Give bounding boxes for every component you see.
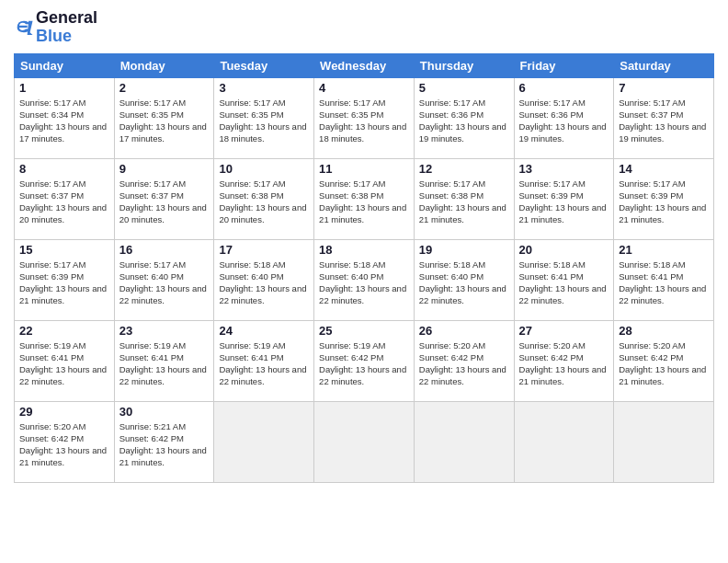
day-info: Sunrise: 5:17 AMSunset: 6:38 PMDaylight:… xyxy=(419,178,509,226)
weekday-header: Friday xyxy=(514,53,614,77)
day-number: 9 xyxy=(119,162,210,176)
day-number: 23 xyxy=(119,324,210,338)
day-info: Sunrise: 5:20 AMSunset: 6:42 PMDaylight:… xyxy=(619,339,709,388)
day-info: Sunrise: 5:17 AMSunset: 6:36 PMDaylight:… xyxy=(419,97,509,145)
day-info: Sunrise: 5:17 AMSunset: 6:35 PMDaylight:… xyxy=(219,97,309,145)
day-info: Sunrise: 5:18 AMSunset: 6:41 PMDaylight:… xyxy=(619,259,709,307)
calendar-cell: 20 Sunrise: 5:18 AMSunset: 6:41 PMDaylig… xyxy=(514,239,614,320)
day-info: Sunrise: 5:19 AMSunset: 6:42 PMDaylight:… xyxy=(319,339,409,388)
logo-text: GeneralBlue xyxy=(36,9,97,46)
calendar-cell xyxy=(314,401,415,482)
calendar-cell xyxy=(614,401,714,482)
calendar-cell: 25 Sunrise: 5:19 AMSunset: 6:42 PMDaylig… xyxy=(314,320,415,401)
calendar-cell: 26 Sunrise: 5:20 AMSunset: 6:42 PMDaylig… xyxy=(414,320,514,401)
day-info: Sunrise: 5:17 AMSunset: 6:38 PMDaylight:… xyxy=(219,178,309,226)
day-number: 20 xyxy=(519,243,609,257)
weekday-header: Saturday xyxy=(614,53,714,77)
calendar-cell: 3 Sunrise: 5:17 AMSunset: 6:35 PMDayligh… xyxy=(214,77,314,158)
day-number: 14 xyxy=(619,162,709,176)
day-number: 5 xyxy=(419,81,509,95)
calendar-cell: 6 Sunrise: 5:17 AMSunset: 6:36 PMDayligh… xyxy=(514,77,614,158)
calendar-cell xyxy=(214,401,314,482)
day-number: 17 xyxy=(219,243,309,257)
calendar-cell: 22 Sunrise: 5:19 AMSunset: 6:41 PMDaylig… xyxy=(15,320,115,401)
day-info: Sunrise: 5:17 AMSunset: 6:40 PMDaylight:… xyxy=(119,259,210,307)
day-info: Sunrise: 5:17 AMSunset: 6:34 PMDaylight:… xyxy=(19,97,109,145)
calendar-cell: 15 Sunrise: 5:17 AMSunset: 6:39 PMDaylig… xyxy=(15,239,115,320)
day-info: Sunrise: 5:17 AMSunset: 6:35 PMDaylight:… xyxy=(119,97,210,145)
weekday-header: Tuesday xyxy=(214,53,314,77)
weekday-header: Wednesday xyxy=(314,53,415,77)
day-number: 8 xyxy=(19,162,109,176)
day-number: 24 xyxy=(219,324,309,338)
day-number: 7 xyxy=(619,81,709,95)
calendar-cell: 4 Sunrise: 5:17 AMSunset: 6:35 PMDayligh… xyxy=(314,77,415,158)
day-number: 1 xyxy=(19,81,109,95)
weekday-header: Monday xyxy=(114,53,214,77)
calendar-table: SundayMondayTuesdayWednesdayThursdayFrid… xyxy=(14,53,714,483)
day-info: Sunrise: 5:18 AMSunset: 6:40 PMDaylight:… xyxy=(319,259,409,307)
calendar-cell xyxy=(514,401,614,482)
day-number: 10 xyxy=(219,162,309,176)
calendar-cell: 8 Sunrise: 5:17 AMSunset: 6:37 PMDayligh… xyxy=(15,158,115,239)
weekday-header: Sunday xyxy=(15,53,115,77)
calendar-cell: 12 Sunrise: 5:17 AMSunset: 6:38 PMDaylig… xyxy=(414,158,514,239)
day-info: Sunrise: 5:19 AMSunset: 6:41 PMDaylight:… xyxy=(219,339,309,388)
day-info: Sunrise: 5:21 AMSunset: 6:42 PMDaylight:… xyxy=(119,420,210,469)
calendar-cell: 30 Sunrise: 5:21 AMSunset: 6:42 PMDaylig… xyxy=(114,401,214,482)
calendar-cell: 16 Sunrise: 5:17 AMSunset: 6:40 PMDaylig… xyxy=(114,239,214,320)
calendar-cell: 1 Sunrise: 5:17 AMSunset: 6:34 PMDayligh… xyxy=(15,77,115,158)
calendar-cell xyxy=(414,401,514,482)
day-number: 3 xyxy=(219,81,309,95)
calendar-cell: 14 Sunrise: 5:17 AMSunset: 6:39 PMDaylig… xyxy=(614,158,714,239)
calendar-cell: 2 Sunrise: 5:17 AMSunset: 6:35 PMDayligh… xyxy=(114,77,214,158)
day-info: Sunrise: 5:18 AMSunset: 6:40 PMDaylight:… xyxy=(219,259,309,307)
calendar-cell: 18 Sunrise: 5:18 AMSunset: 6:40 PMDaylig… xyxy=(314,239,415,320)
calendar-cell: 17 Sunrise: 5:18 AMSunset: 6:40 PMDaylig… xyxy=(214,239,314,320)
calendar-cell: 11 Sunrise: 5:17 AMSunset: 6:38 PMDaylig… xyxy=(314,158,415,239)
day-info: Sunrise: 5:17 AMSunset: 6:39 PMDaylight:… xyxy=(619,178,709,226)
calendar-cell: 27 Sunrise: 5:20 AMSunset: 6:42 PMDaylig… xyxy=(514,320,614,401)
calendar-row: 29 Sunrise: 5:20 AMSunset: 6:42 PMDaylig… xyxy=(15,401,714,482)
calendar-cell: 21 Sunrise: 5:18 AMSunset: 6:41 PMDaylig… xyxy=(614,239,714,320)
day-info: Sunrise: 5:19 AMSunset: 6:41 PMDaylight:… xyxy=(119,339,210,388)
day-number: 22 xyxy=(19,324,109,338)
day-info: Sunrise: 5:20 AMSunset: 6:42 PMDaylight:… xyxy=(419,339,509,388)
day-info: Sunrise: 5:20 AMSunset: 6:42 PMDaylight:… xyxy=(519,339,609,388)
calendar-header-row: SundayMondayTuesdayWednesdayThursdayFrid… xyxy=(15,53,714,77)
day-info: Sunrise: 5:19 AMSunset: 6:41 PMDaylight:… xyxy=(19,339,109,388)
day-info: Sunrise: 5:18 AMSunset: 6:40 PMDaylight:… xyxy=(419,259,509,307)
day-number: 26 xyxy=(419,324,509,338)
calendar-cell: 19 Sunrise: 5:18 AMSunset: 6:40 PMDaylig… xyxy=(414,239,514,320)
logo-icon xyxy=(14,17,34,38)
day-number: 6 xyxy=(519,81,609,95)
day-number: 21 xyxy=(619,243,709,257)
day-info: Sunrise: 5:18 AMSunset: 6:41 PMDaylight:… xyxy=(519,259,609,307)
calendar-cell: 28 Sunrise: 5:20 AMSunset: 6:42 PMDaylig… xyxy=(614,320,714,401)
day-number: 18 xyxy=(319,243,409,257)
calendar-cell: 23 Sunrise: 5:19 AMSunset: 6:41 PMDaylig… xyxy=(114,320,214,401)
calendar-cell: 13 Sunrise: 5:17 AMSunset: 6:39 PMDaylig… xyxy=(514,158,614,239)
day-number: 27 xyxy=(519,324,609,338)
day-info: Sunrise: 5:17 AMSunset: 6:39 PMDaylight:… xyxy=(519,178,609,226)
calendar-row: 1 Sunrise: 5:17 AMSunset: 6:34 PMDayligh… xyxy=(15,77,714,158)
calendar-cell: 5 Sunrise: 5:17 AMSunset: 6:36 PMDayligh… xyxy=(414,77,514,158)
day-number: 2 xyxy=(119,81,210,95)
day-number: 4 xyxy=(319,81,409,95)
day-info: Sunrise: 5:17 AMSunset: 6:38 PMDaylight:… xyxy=(319,178,409,226)
day-number: 12 xyxy=(419,162,509,176)
day-info: Sunrise: 5:17 AMSunset: 6:39 PMDaylight:… xyxy=(19,259,109,307)
day-number: 15 xyxy=(19,243,109,257)
day-info: Sunrise: 5:17 AMSunset: 6:36 PMDaylight:… xyxy=(519,97,609,145)
day-info: Sunrise: 5:17 AMSunset: 6:37 PMDaylight:… xyxy=(119,178,210,226)
day-info: Sunrise: 5:17 AMSunset: 6:37 PMDaylight:… xyxy=(619,97,709,145)
calendar-row: 8 Sunrise: 5:17 AMSunset: 6:37 PMDayligh… xyxy=(15,158,714,239)
day-number: 19 xyxy=(419,243,509,257)
day-info: Sunrise: 5:20 AMSunset: 6:42 PMDaylight:… xyxy=(19,420,109,469)
calendar-cell: 24 Sunrise: 5:19 AMSunset: 6:41 PMDaylig… xyxy=(214,320,314,401)
day-number: 13 xyxy=(519,162,609,176)
calendar-row: 22 Sunrise: 5:19 AMSunset: 6:41 PMDaylig… xyxy=(15,320,714,401)
day-number: 11 xyxy=(319,162,409,176)
day-info: Sunrise: 5:17 AMSunset: 6:37 PMDaylight:… xyxy=(19,178,109,226)
calendar-cell: 7 Sunrise: 5:17 AMSunset: 6:37 PMDayligh… xyxy=(614,77,714,158)
